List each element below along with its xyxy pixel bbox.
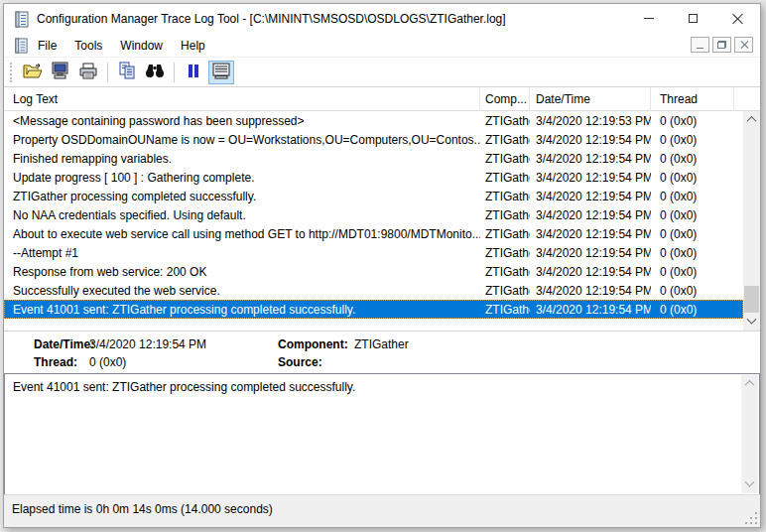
detail-thread-value: 0 (0x0) bbox=[89, 355, 126, 369]
copy-button[interactable] bbox=[114, 61, 140, 84]
menu-window[interactable]: Window bbox=[111, 36, 172, 56]
log-cell-component: ZTIGathe bbox=[480, 133, 530, 147]
list-scrollbar-thumb[interactable] bbox=[744, 286, 759, 313]
message-text: Event 41001 sent: ZTIGather processing c… bbox=[13, 380, 733, 394]
log-cell-component: ZTIGathe bbox=[480, 246, 530, 260]
toolbar-grip[interactable] bbox=[10, 63, 12, 82]
computer-icon bbox=[51, 62, 70, 83]
log-row[interactable]: --Attempt #1ZTIGathe3/4/2020 12:19:54 PM… bbox=[4, 243, 743, 262]
log-cell-datetime: 3/4/2020 12:19:53 PM bbox=[530, 114, 651, 128]
column-header-thread[interactable]: Thread bbox=[651, 87, 734, 111]
log-row[interactable]: Successfully executed the web service.ZT… bbox=[4, 281, 743, 300]
log-cell-text: No NAA credentials specified. Using defa… bbox=[4, 208, 480, 222]
detail-panel: Date/Time: 3/4/2020 12:19:54 PM Componen… bbox=[4, 331, 760, 373]
toolbar-separator bbox=[107, 63, 108, 82]
log-row[interactable]: Event 41001 sent: ZTIGather processing c… bbox=[4, 300, 743, 319]
log-cell-thread: 0 (0x0) bbox=[651, 152, 734, 166]
log-cell-component: ZTIGathe bbox=[480, 152, 530, 166]
log-cell-datetime: 3/4/2020 12:19:54 PM bbox=[530, 246, 651, 260]
log-cell-thread: 0 (0x0) bbox=[651, 190, 734, 203]
log-cell-text: <Message containing password has been su… bbox=[4, 114, 480, 128]
detail-component-label: Component: bbox=[278, 337, 348, 351]
scroll-up-icon[interactable] bbox=[741, 375, 758, 392]
minimize-button[interactable] bbox=[626, 4, 671, 33]
log-cell-datetime: 3/4/2020 12:19:54 PM bbox=[530, 303, 651, 317]
log-cell-component: ZTIGathe bbox=[480, 190, 530, 203]
copy-icon bbox=[118, 62, 136, 83]
detail-source-label: Source: bbox=[278, 355, 322, 369]
log-cell-text: Event 41001 sent: ZTIGather processing c… bbox=[4, 303, 480, 317]
log-cell-text: Property OSDDomainOUName is now = OU=Wor… bbox=[4, 133, 480, 147]
document-icon[interactable] bbox=[13, 38, 29, 54]
menu-help[interactable]: Help bbox=[172, 36, 214, 56]
log-cell-component: ZTIGathe bbox=[480, 265, 530, 279]
detail-thread-label: Thread: bbox=[34, 355, 77, 369]
log-list: Log Text Comp... Date/Time Thread <Messa… bbox=[4, 86, 760, 331]
log-row[interactable]: About to execute web service call using … bbox=[4, 224, 743, 243]
menu-bar: File Tools Window Help bbox=[4, 34, 760, 58]
menu-tools[interactable]: Tools bbox=[65, 36, 111, 56]
detail-component-value: ZTIGather bbox=[354, 337, 409, 351]
log-row[interactable]: Finished remapping variables.ZTIGathe3/4… bbox=[4, 149, 743, 168]
detail-datetime-value: 3/4/2020 12:19:54 PM bbox=[89, 337, 206, 351]
log-row[interactable]: ZTIGather processing completed successfu… bbox=[4, 187, 743, 205]
scroll-down-icon[interactable] bbox=[743, 314, 760, 331]
toolbar bbox=[4, 59, 760, 86]
log-cell-component: ZTIGathe bbox=[480, 114, 530, 128]
log-cell-text: ZTIGather processing completed successfu… bbox=[4, 190, 480, 203]
log-cell-datetime: 3/4/2020 12:19:54 PM bbox=[530, 190, 651, 203]
log-cell-thread: 0 (0x0) bbox=[651, 246, 734, 260]
mdi-close-button[interactable] bbox=[734, 37, 753, 53]
log-cell-thread: 0 (0x0) bbox=[651, 133, 734, 147]
resize-grip[interactable] bbox=[744, 511, 757, 524]
log-row[interactable]: <Message containing password has been su… bbox=[4, 111, 743, 130]
list-scrollbar[interactable] bbox=[743, 111, 760, 331]
log-cell-thread: 0 (0x0) bbox=[651, 171, 734, 185]
log-row[interactable]: Update progress [ 100 ] : Gathering comp… bbox=[4, 168, 743, 187]
find-button[interactable] bbox=[142, 61, 168, 84]
log-cell-thread: 0 (0x0) bbox=[651, 284, 734, 298]
log-cell-thread: 0 (0x0) bbox=[651, 303, 734, 317]
remote-computer-button[interactable] bbox=[48, 61, 73, 84]
app-icon bbox=[13, 11, 30, 28]
log-cell-datetime: 3/4/2020 12:19:54 PM bbox=[530, 208, 651, 222]
log-cell-datetime: 3/4/2020 12:19:54 PM bbox=[530, 265, 651, 279]
detail-datetime-label: Date/Time: bbox=[34, 337, 94, 351]
log-cell-component: ZTIGathe bbox=[480, 227, 530, 241]
log-cell-thread: 0 (0x0) bbox=[651, 265, 734, 279]
open-file-button[interactable] bbox=[20, 61, 46, 84]
scroll-down-icon[interactable] bbox=[741, 476, 758, 493]
log-cell-thread: 0 (0x0) bbox=[651, 227, 734, 241]
message-scrollbar[interactable] bbox=[741, 375, 758, 493]
detail-view-button[interactable] bbox=[208, 61, 234, 84]
log-cell-text: Successfully executed the web service. bbox=[4, 284, 480, 298]
message-pane[interactable]: Event 41001 sent: ZTIGather processing c… bbox=[4, 373, 760, 495]
close-button[interactable] bbox=[715, 4, 760, 33]
log-rows: <Message containing password has been su… bbox=[4, 111, 743, 331]
status-bar: Elapsed time is 0h 0m 14s 0ms (14.000 se… bbox=[4, 494, 760, 527]
mdi-restore-button[interactable] bbox=[712, 37, 731, 53]
menu-file[interactable]: File bbox=[29, 36, 65, 56]
column-header-logtext[interactable]: Log Text bbox=[4, 87, 480, 111]
log-row[interactable]: No NAA credentials specified. Using defa… bbox=[4, 205, 743, 224]
detail-view-icon bbox=[211, 63, 231, 83]
log-cell-thread: 0 (0x0) bbox=[651, 208, 734, 222]
log-row[interactable]: Response from web service: 200 OKZTIGath… bbox=[4, 262, 743, 281]
log-cell-text: --Attempt #1 bbox=[4, 246, 480, 260]
cmtrace-window: Configuration Manager Trace Log Tool - [… bbox=[3, 3, 761, 528]
column-header-component[interactable]: Comp... bbox=[480, 87, 530, 111]
column-header-datetime[interactable]: Date/Time bbox=[530, 87, 651, 111]
elapsed-time-text: Elapsed time is 0h 0m 14s 0ms (14.000 se… bbox=[12, 502, 273, 516]
binoculars-icon bbox=[145, 63, 165, 82]
print-button[interactable] bbox=[75, 61, 101, 84]
maximize-button[interactable] bbox=[671, 4, 715, 33]
log-cell-thread: 0 (0x0) bbox=[651, 114, 734, 128]
pause-button[interactable] bbox=[181, 61, 206, 84]
log-cell-component: ZTIGathe bbox=[480, 303, 530, 317]
open-folder-icon bbox=[23, 63, 44, 83]
log-cell-datetime: 3/4/2020 12:19:54 PM bbox=[530, 133, 651, 147]
mdi-minimize-button[interactable] bbox=[691, 37, 709, 53]
pause-icon bbox=[187, 64, 200, 82]
scroll-up-icon[interactable] bbox=[743, 111, 760, 128]
log-row[interactable]: Property OSDDomainOUName is now = OU=Wor… bbox=[4, 130, 743, 149]
